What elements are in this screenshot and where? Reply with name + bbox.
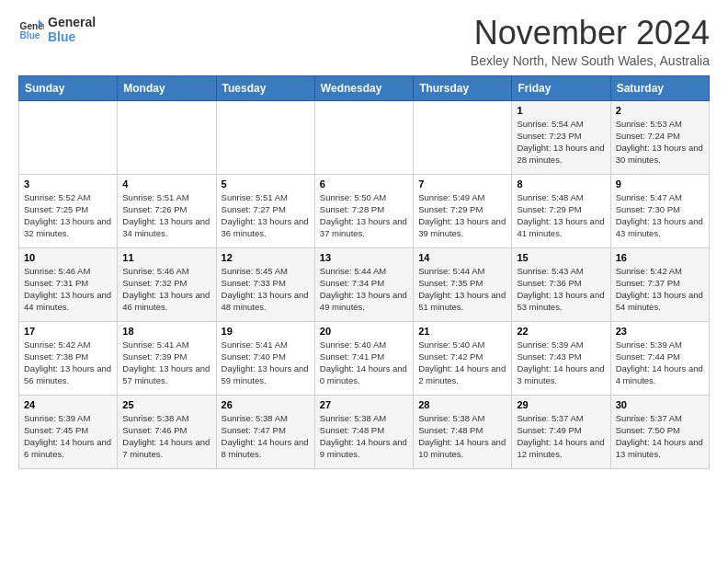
day-number: 22: [517, 326, 605, 337]
calendar-cell: 13Sunrise: 5:44 AM Sunset: 7:34 PM Dayli…: [314, 247, 413, 321]
day-number: 21: [418, 326, 506, 337]
calendar-cell: 16Sunrise: 5:42 AM Sunset: 7:37 PM Dayli…: [610, 247, 709, 321]
calendar-cell: 30Sunrise: 5:37 AM Sunset: 7:50 PM Dayli…: [610, 395, 709, 468]
day-number: 27: [320, 399, 408, 410]
title-area: November 2024 Bexley North, New South Wa…: [471, 15, 710, 68]
day-number: 17: [24, 326, 112, 337]
calendar-cell: 12Sunrise: 5:45 AM Sunset: 7:33 PM Dayli…: [216, 247, 314, 321]
calendar-cell: 4Sunrise: 5:51 AM Sunset: 7:26 PM Daylig…: [118, 174, 216, 247]
calendar-cell: 11Sunrise: 5:46 AM Sunset: 7:32 PM Dayli…: [118, 247, 216, 321]
calendar-cell: 7Sunrise: 5:49 AM Sunset: 7:29 PM Daylig…: [414, 174, 512, 247]
day-info: Sunrise: 5:54 AM Sunset: 7:23 PM Dayligh…: [517, 118, 605, 167]
day-info: Sunrise: 5:42 AM Sunset: 7:37 PM Dayligh…: [616, 265, 704, 314]
day-info: Sunrise: 5:50 AM Sunset: 7:28 PM Dayligh…: [320, 191, 408, 240]
day-info: Sunrise: 5:45 AM Sunset: 7:33 PM Dayligh…: [222, 265, 310, 314]
day-info: Sunrise: 5:46 AM Sunset: 7:32 PM Dayligh…: [122, 265, 210, 314]
day-info: Sunrise: 5:41 AM Sunset: 7:40 PM Dayligh…: [222, 339, 310, 387]
day-number: 8: [517, 178, 605, 190]
weekday-header-sunday: Sunday: [19, 75, 118, 100]
day-info: Sunrise: 5:37 AM Sunset: 7:50 PM Dayligh…: [616, 412, 704, 461]
calendar-cell: [216, 100, 314, 174]
calendar-cell: 29Sunrise: 5:37 AM Sunset: 7:49 PM Dayli…: [512, 395, 610, 468]
week-row-5: 24Sunrise: 5:39 AM Sunset: 7:45 PM Dayli…: [19, 395, 710, 468]
day-number: 4: [122, 178, 210, 190]
day-number: 18: [122, 326, 210, 337]
header: General Blue General Blue November 2024 …: [18, 15, 710, 68]
weekday-header-wednesday: Wednesday: [314, 75, 413, 100]
calendar-cell: 10Sunrise: 5:46 AM Sunset: 7:31 PM Dayli…: [19, 247, 118, 321]
day-info: Sunrise: 5:40 AM Sunset: 7:42 PM Dayligh…: [418, 339, 506, 387]
day-info: Sunrise: 5:39 AM Sunset: 7:45 PM Dayligh…: [24, 412, 112, 461]
calendar-cell: 24Sunrise: 5:39 AM Sunset: 7:45 PM Dayli…: [19, 395, 118, 468]
calendar-cell: 25Sunrise: 5:38 AM Sunset: 7:46 PM Dayli…: [118, 395, 216, 468]
day-number: 23: [616, 326, 704, 337]
logo-icon: General Blue: [18, 17, 44, 42]
day-info: Sunrise: 5:38 AM Sunset: 7:48 PM Dayligh…: [418, 412, 506, 461]
calendar-cell: 6Sunrise: 5:50 AM Sunset: 7:28 PM Daylig…: [314, 174, 413, 247]
svg-text:Blue: Blue: [20, 30, 40, 40]
day-number: 2: [616, 105, 704, 116]
day-info: Sunrise: 5:46 AM Sunset: 7:31 PM Dayligh…: [24, 265, 112, 314]
day-info: Sunrise: 5:40 AM Sunset: 7:41 PM Dayligh…: [320, 339, 408, 387]
weekday-header-monday: Monday: [118, 75, 216, 100]
calendar-cell: 14Sunrise: 5:44 AM Sunset: 7:35 PM Dayli…: [414, 247, 512, 321]
location-title: Bexley North, New South Wales, Australia: [471, 53, 710, 68]
day-number: 19: [222, 326, 310, 337]
calendar-cell: 26Sunrise: 5:38 AM Sunset: 7:47 PM Dayli…: [216, 395, 314, 468]
day-number: 24: [24, 399, 112, 410]
week-row-4: 17Sunrise: 5:42 AM Sunset: 7:38 PM Dayli…: [19, 321, 710, 395]
day-number: 15: [517, 252, 605, 263]
weekday-header-tuesday: Tuesday: [216, 75, 314, 100]
day-info: Sunrise: 5:53 AM Sunset: 7:24 PM Dayligh…: [616, 118, 704, 167]
week-row-3: 10Sunrise: 5:46 AM Sunset: 7:31 PM Dayli…: [19, 247, 710, 321]
weekday-header-thursday: Thursday: [414, 75, 512, 100]
day-info: Sunrise: 5:37 AM Sunset: 7:49 PM Dayligh…: [517, 412, 605, 461]
day-number: 7: [418, 178, 506, 190]
day-info: Sunrise: 5:51 AM Sunset: 7:27 PM Dayligh…: [222, 191, 310, 240]
weekday-header-friday: Friday: [512, 75, 610, 100]
day-number: 5: [222, 178, 310, 190]
week-row-2: 3Sunrise: 5:52 AM Sunset: 7:25 PM Daylig…: [19, 174, 710, 247]
calendar-cell: [314, 100, 413, 174]
calendar-cell: 18Sunrise: 5:41 AM Sunset: 7:39 PM Dayli…: [118, 321, 216, 395]
calendar-cell: 28Sunrise: 5:38 AM Sunset: 7:48 PM Dayli…: [414, 395, 512, 468]
day-number: 25: [122, 399, 210, 410]
day-info: Sunrise: 5:44 AM Sunset: 7:34 PM Dayligh…: [320, 265, 408, 314]
calendar-cell: 9Sunrise: 5:47 AM Sunset: 7:30 PM Daylig…: [610, 174, 709, 247]
weekday-header-saturday: Saturday: [610, 75, 709, 100]
day-info: Sunrise: 5:38 AM Sunset: 7:46 PM Dayligh…: [122, 412, 210, 461]
day-number: 11: [122, 252, 210, 263]
calendar-table: SundayMondayTuesdayWednesdayThursdayFrid…: [18, 75, 710, 469]
logo-line2: Blue: [48, 29, 96, 44]
day-number: 14: [418, 252, 506, 263]
day-number: 6: [320, 178, 408, 190]
day-number: 29: [517, 399, 605, 410]
calendar-cell: 23Sunrise: 5:39 AM Sunset: 7:44 PM Dayli…: [610, 321, 709, 395]
calendar-cell: 21Sunrise: 5:40 AM Sunset: 7:42 PM Dayli…: [414, 321, 512, 395]
calendar-cell: 8Sunrise: 5:48 AM Sunset: 7:29 PM Daylig…: [512, 174, 610, 247]
day-number: 26: [222, 399, 310, 410]
calendar-cell: 2Sunrise: 5:53 AM Sunset: 7:24 PM Daylig…: [610, 100, 709, 174]
day-number: 10: [24, 252, 112, 263]
month-title: November 2024: [471, 15, 710, 52]
day-info: Sunrise: 5:43 AM Sunset: 7:36 PM Dayligh…: [517, 265, 605, 314]
day-info: Sunrise: 5:38 AM Sunset: 7:47 PM Dayligh…: [222, 412, 310, 461]
calendar-cell: 22Sunrise: 5:39 AM Sunset: 7:43 PM Dayli…: [512, 321, 610, 395]
calendar-cell: [118, 100, 216, 174]
calendar-cell: [414, 100, 512, 174]
day-info: Sunrise: 5:48 AM Sunset: 7:29 PM Dayligh…: [517, 191, 605, 240]
weekday-header-row: SundayMondayTuesdayWednesdayThursdayFrid…: [19, 75, 710, 100]
calendar-cell: 19Sunrise: 5:41 AM Sunset: 7:40 PM Dayli…: [216, 321, 314, 395]
day-info: Sunrise: 5:39 AM Sunset: 7:44 PM Dayligh…: [616, 339, 704, 387]
day-info: Sunrise: 5:52 AM Sunset: 7:25 PM Dayligh…: [24, 191, 112, 240]
day-info: Sunrise: 5:41 AM Sunset: 7:39 PM Dayligh…: [122, 339, 210, 387]
calendar-cell: [19, 100, 118, 174]
day-number: 3: [24, 178, 112, 190]
calendar-cell: 27Sunrise: 5:38 AM Sunset: 7:48 PM Dayli…: [314, 395, 413, 468]
calendar-cell: 3Sunrise: 5:52 AM Sunset: 7:25 PM Daylig…: [19, 174, 118, 247]
day-info: Sunrise: 5:44 AM Sunset: 7:35 PM Dayligh…: [418, 265, 506, 314]
day-info: Sunrise: 5:42 AM Sunset: 7:38 PM Dayligh…: [24, 339, 112, 387]
calendar-cell: 1Sunrise: 5:54 AM Sunset: 7:23 PM Daylig…: [512, 100, 610, 174]
day-info: Sunrise: 5:47 AM Sunset: 7:30 PM Dayligh…: [616, 191, 704, 240]
day-number: 30: [616, 399, 704, 410]
